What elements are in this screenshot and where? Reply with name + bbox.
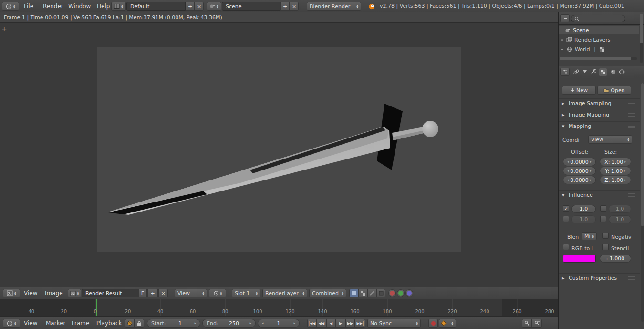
region-expand-icon[interactable]: + — [1, 25, 7, 32]
dvar-slider[interactable]: : 1.000 — [600, 255, 631, 263]
channel-green-button[interactable] — [397, 289, 405, 297]
panel-custom-properties[interactable]: ▶ Custom Properties — [559, 273, 640, 283]
disclosure-dot-icon[interactable] — [561, 49, 563, 50]
jump-to-end-button[interactable]: ▶▶| — [355, 319, 365, 328]
draw-channel-alpha-button[interactable] — [358, 289, 367, 297]
next-keyframe-button[interactable]: ▶▶ — [345, 319, 355, 328]
fake-user-button[interactable]: F — [138, 289, 147, 297]
outliner-vscrollbar-thumb[interactable] — [640, 14, 643, 43]
properties-tab-wrench-icon[interactable] — [590, 69, 596, 75]
panel-influence[interactable]: ▼ Influence — [559, 190, 640, 200]
add-scene-button[interactable]: + — [280, 2, 290, 11]
outliner-row-world[interactable]: World | — [559, 45, 639, 53]
offset-z-field[interactable]: ◂0.0000▸ — [563, 176, 596, 184]
channel-blue-button[interactable] — [405, 289, 413, 297]
screen-layout-browse-button[interactable]: ▲▼ — [111, 2, 126, 11]
influence-slider-4[interactable]: 1.0 — [609, 215, 631, 223]
previous-keyframe-button[interactable]: ◀◀ — [317, 319, 326, 328]
panel-grip-icon[interactable] — [628, 276, 635, 280]
scene-name-field[interactable]: Scene — [222, 2, 280, 11]
new-texture-button[interactable]: New — [562, 86, 596, 95]
properties-tab-arrow-icon[interactable] — [582, 70, 587, 74]
size-z-field[interactable]: Z: 1.00▸ — [600, 176, 631, 184]
influence-checkbox-4[interactable] — [600, 216, 606, 222]
menu-view[interactable]: View — [24, 287, 37, 299]
panel-image-sampling[interactable]: ▶ Image Sampling — [559, 98, 640, 108]
use-preview-range-button[interactable] — [125, 319, 135, 328]
image-name-field[interactable]: Render Result — [82, 289, 138, 297]
coordinates-select[interactable]: View ▲▼ — [588, 135, 632, 144]
influence-checkbox-1[interactable]: ✓ — [563, 205, 569, 212]
increment-arrow-icon[interactable]: ▸ — [624, 160, 626, 164]
scene-browse-button[interactable]: ▲▼ — [207, 2, 221, 11]
decrement-arrow-icon[interactable]: ◂ — [567, 160, 569, 164]
increment-arrow-icon[interactable]: ▸ — [590, 160, 592, 164]
menu-frame[interactable]: Frame — [72, 317, 89, 329]
play-button[interactable]: ▶ — [336, 319, 345, 328]
add-layout-button[interactable]: + — [186, 2, 195, 11]
panel-grip-icon[interactable] — [628, 113, 635, 117]
influence-slider-3[interactable]: 1.0 — [571, 215, 596, 223]
auto-keyframe-record-button[interactable] — [428, 319, 438, 328]
panel-grip-icon[interactable] — [628, 193, 635, 197]
properties-editor-type-button[interactable] — [560, 68, 570, 76]
panel-grip-icon[interactable] — [628, 102, 635, 106]
outliner-vscrollbar[interactable] — [640, 14, 643, 63]
blend-select[interactable]: Mi ▲▼ — [582, 232, 597, 240]
panel-arrow-icon[interactable]: ▶ — [562, 276, 566, 280]
timeline-ruler[interactable]: -40 -20 0 20 40 60 80 100 120 140 160 18… — [0, 299, 558, 317]
panel-arrow-icon[interactable]: ▶ — [562, 113, 566, 117]
keying-mode-select[interactable]: ▲▼ — [439, 319, 456, 328]
start-frame-field[interactable]: Start: 1 ▸ — [147, 319, 200, 328]
view-mode-select[interactable]: View ▲▼ — [175, 289, 207, 297]
decrement-arrow-icon[interactable]: ◂ — [567, 169, 569, 173]
negative-checkbox[interactable] — [602, 233, 609, 239]
color-swatch[interactable] — [563, 255, 596, 263]
delete-layout-button[interactable]: × — [195, 2, 204, 11]
menu-render[interactable]: Render — [43, 0, 63, 12]
size-y-field[interactable]: Y: 1.00▸ — [600, 167, 631, 175]
offset-y-field[interactable]: ◂0.0000▸ — [563, 167, 596, 175]
influence-checkbox-3[interactable] — [563, 216, 569, 222]
unlink-image-button[interactable]: × — [158, 289, 168, 297]
image-browse-button[interactable]: ▲▼ — [68, 289, 81, 297]
properties-tab-texture-icon-active[interactable] — [599, 68, 607, 76]
insert-keyframe-button[interactable] — [522, 319, 532, 328]
draw-channel-z-button[interactable] — [376, 289, 385, 297]
jump-to-start-button[interactable]: |◀◀ — [307, 319, 317, 328]
properties-vscrollbar[interactable] — [641, 83, 644, 322]
outliner-hscrollbar-thumb[interactable] — [560, 57, 631, 60]
properties-tab-link-icon[interactable] — [573, 69, 580, 75]
disclosure-dot-icon[interactable] — [561, 39, 563, 41]
channel-red-button[interactable] — [388, 289, 396, 297]
panel-arrow-icon[interactable]: ▼ — [562, 193, 566, 197]
properties-tab-material-icon[interactable] — [610, 69, 616, 75]
rgb-to-intensity-checkbox[interactable] — [563, 244, 569, 250]
decrement-arrow-icon[interactable]: ◂ — [567, 178, 569, 182]
outliner-search-input[interactable] — [571, 15, 625, 22]
lock-frame-range-button[interactable] — [135, 319, 144, 328]
sync-mode-select[interactable]: No Sync ▲▼ — [367, 319, 421, 328]
size-x-field[interactable]: X: 1.00▸ — [600, 158, 631, 166]
increment-arrow-icon[interactable]: ▸ — [194, 321, 196, 325]
outliner-hscrollbar[interactable] — [560, 57, 637, 60]
menu-file[interactable]: File — [24, 0, 33, 12]
end-frame-field[interactable]: End: 250 ▸ — [202, 319, 256, 328]
increment-arrow-icon[interactable]: ▸ — [249, 321, 251, 325]
panel-arrow-icon[interactable]: ▶ — [562, 102, 566, 106]
influence-slider-1[interactable]: 1.0 — [571, 205, 596, 213]
editor-type-button[interactable]: ▲▼ — [2, 2, 19, 11]
render-pass-select[interactable]: Combined ▲▼ — [309, 289, 346, 297]
properties-vscrollbar-thumb[interactable] — [641, 83, 644, 226]
menu-playback[interactable]: Playback — [96, 317, 122, 329]
properties-tab-physics-icon[interactable] — [619, 69, 625, 75]
timeline-editor-type-button[interactable]: ▲▼ — [3, 319, 20, 328]
menu-marker[interactable]: Marker — [46, 317, 65, 329]
panel-grip-icon[interactable] — [628, 125, 635, 128]
draw-channel-color-button[interactable] — [349, 289, 358, 297]
stencil-checkbox[interactable] — [602, 244, 609, 250]
delete-keyframe-button[interactable] — [532, 319, 542, 328]
image-editor-type-button[interactable]: ▲▼ — [3, 289, 20, 297]
pivot-select-button[interactable]: ▲▼ — [209, 289, 226, 297]
influence-checkbox-2[interactable] — [600, 205, 606, 212]
